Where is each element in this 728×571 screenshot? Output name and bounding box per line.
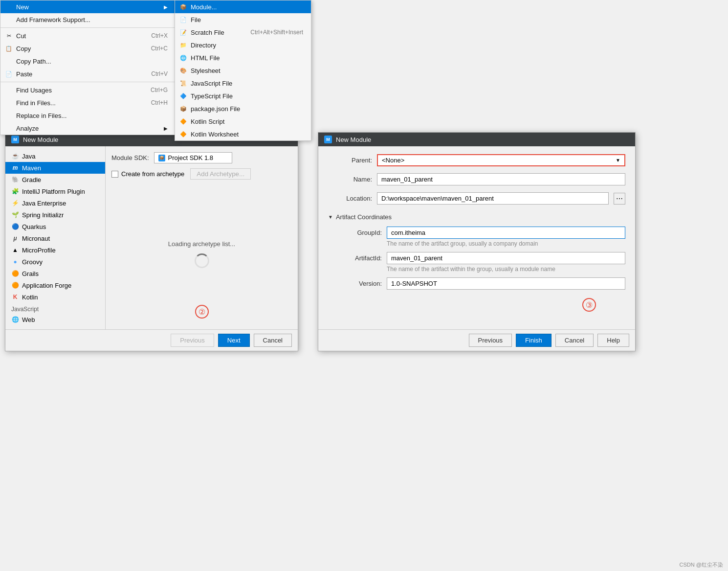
menu-item-cut[interactable]: ✂ Cut Ctrl+X bbox=[0, 29, 176, 42]
menu-item-new[interactable]: New ▶ bbox=[0, 0, 176, 13]
watermark: CSDN @红尘不染 bbox=[680, 561, 723, 569]
quarkus-icon: 🔵 bbox=[11, 223, 19, 230]
js-icon: 📜 bbox=[179, 79, 188, 88]
archetype-checkbox-label: Create from archetype bbox=[121, 170, 184, 178]
copy-path-label: Copy Path... bbox=[16, 58, 168, 65]
intellij-label: IntelliJ Platform Plugin bbox=[22, 188, 85, 195]
menu-item-find-in-files[interactable]: Find in Files... Ctrl+H bbox=[0, 96, 176, 109]
find-usages-label: Find Usages bbox=[16, 87, 136, 94]
sidebar-item-microprofile[interactable]: ▲ MicroProfile bbox=[5, 244, 105, 256]
name-input[interactable] bbox=[377, 173, 625, 185]
microprofile-icon: ▲ bbox=[11, 246, 19, 254]
circle-three: ③ bbox=[582, 298, 596, 312]
submenu-item-directory[interactable]: 📁 Directory bbox=[175, 39, 311, 51]
groupid-field-row: GroupId: The name of the artifact group,… bbox=[338, 227, 625, 247]
menu-item-analyze[interactable]: Analyze ▶ bbox=[0, 122, 176, 135]
archetype-checkbox-container[interactable]: Create from archetype bbox=[111, 170, 184, 178]
sidebar-item-app-forge[interactable]: 🟠 Application Forge bbox=[5, 279, 105, 291]
find-in-files-label: Find in Files... bbox=[16, 99, 136, 107]
micronaut-icon: μ bbox=[11, 234, 19, 242]
html-icon: 🌐 bbox=[179, 53, 188, 62]
sidebar-item-gradle[interactable]: 🐘 Gradle bbox=[5, 174, 105, 185]
submenu-ts-label: TypeScript File bbox=[191, 92, 233, 100]
app-forge-label: Application Forge bbox=[22, 282, 71, 289]
spring-icon: 🌱 bbox=[11, 211, 19, 219]
paste-shortcut: Ctrl+V bbox=[151, 70, 168, 77]
add-archetype-button[interactable]: Add Archetype... bbox=[190, 168, 251, 180]
submenu-item-scratch[interactable]: 📝 Scratch File Ctrl+Alt+Shift+Insert bbox=[175, 26, 311, 39]
parent-dropdown-arrow-icon: ▼ bbox=[616, 158, 620, 163]
left-previous-button[interactable]: Previous bbox=[171, 334, 214, 347]
sidebar-item-micronaut[interactable]: μ Micronaut bbox=[5, 232, 105, 244]
submenu-item-module[interactable]: 📦 Module... bbox=[175, 0, 311, 13]
sidebar-item-kotlin[interactable]: K Kotlin bbox=[5, 291, 105, 303]
submenu-package-json-label: package.json File bbox=[191, 105, 240, 113]
menu-item-paste[interactable]: 📄 Paste Ctrl+V bbox=[0, 68, 176, 80]
copy-path-icon bbox=[4, 57, 13, 66]
right-finish-button[interactable]: Finish bbox=[516, 334, 552, 347]
sidebar-item-maven[interactable]: m Maven bbox=[5, 162, 105, 174]
sidebar-item-spring[interactable]: 🌱 Spring Initializr bbox=[5, 209, 105, 221]
loading-area: Loading archetype list... ② bbox=[111, 184, 292, 323]
parent-value: <None> bbox=[382, 157, 614, 164]
kotlin-script-icon: 🔶 bbox=[179, 117, 188, 126]
sidebar-item-java-enterprise[interactable]: ⚡ Java Enterprise bbox=[5, 197, 105, 209]
sidebar-item-java[interactable]: ☕ Java bbox=[5, 150, 105, 162]
parent-row: Parent: <None> ▼ bbox=[328, 154, 625, 166]
submenu-item-package-json[interactable]: 📦 package.json File bbox=[175, 102, 311, 115]
java-icon: ☕ bbox=[11, 152, 19, 160]
quarkus-label: Quarkus bbox=[22, 223, 46, 230]
submenu-item-file[interactable]: 📄 File bbox=[175, 13, 311, 26]
left-next-button[interactable]: Next bbox=[218, 334, 250, 347]
dialog-right-titlebar: M New Module bbox=[318, 133, 635, 146]
menu-item-copy[interactable]: 📋 Copy Ctrl+C bbox=[0, 42, 176, 55]
submenu-kotlin-script-label: Kotlin Script bbox=[191, 118, 224, 125]
add-framework-icon bbox=[4, 15, 13, 24]
artifactid-input-row: ArtifactId: bbox=[338, 252, 625, 264]
new-icon bbox=[4, 2, 13, 11]
menu-item-copy-path[interactable]: Copy Path... bbox=[0, 55, 176, 68]
submenu-item-js[interactable]: 📜 JavaScript File bbox=[175, 77, 311, 90]
menu-item-find-usages[interactable]: Find Usages Ctrl+G bbox=[0, 84, 176, 96]
artifactid-label: ArtifactId: bbox=[338, 254, 382, 262]
artifact-title: Artifact Coordinates bbox=[336, 213, 392, 221]
kotlin-icon: K bbox=[11, 293, 19, 301]
parent-dropdown[interactable]: <None> ▼ bbox=[377, 154, 625, 166]
module-content: Module SDK: 📦 Project SDK 1.8 Create fro… bbox=[106, 146, 298, 329]
artifactid-input[interactable] bbox=[387, 252, 625, 264]
dialog-right-title: New Module bbox=[336, 136, 371, 143]
submenu-item-html[interactable]: 🌐 HTML File bbox=[175, 51, 311, 64]
separator-2 bbox=[0, 82, 176, 82]
dialog-right-footer: Previous Finish Cancel Help bbox=[318, 329, 635, 351]
sdk-dropdown[interactable]: 📦 Project SDK 1.8 bbox=[154, 152, 232, 163]
groupid-input[interactable] bbox=[387, 227, 625, 239]
artifactid-hint: The name of the artifact within the grou… bbox=[338, 266, 625, 273]
sidebar-item-groovy[interactable]: ● Groovy bbox=[5, 256, 105, 268]
artifact-header[interactable]: ▼ Artifact Coordinates bbox=[328, 211, 625, 223]
dialog-left-icon: M bbox=[11, 136, 19, 143]
intellij-icon: 🧩 bbox=[11, 187, 19, 195]
archetype-checkbox[interactable] bbox=[111, 171, 118, 178]
submenu-item-kotlin-ws[interactable]: 🔶 Kotlin Worksheet bbox=[175, 128, 311, 140]
sidebar-item-grails[interactable]: 🟠 Grails bbox=[5, 268, 105, 279]
menu-item-replace-in-files[interactable]: Replace in Files... bbox=[0, 109, 176, 122]
location-browse-button[interactable]: ⋯ bbox=[614, 193, 625, 205]
left-cancel-button[interactable]: Cancel bbox=[254, 334, 292, 347]
right-cancel-button[interactable]: Cancel bbox=[555, 334, 594, 347]
right-previous-button[interactable]: Previous bbox=[469, 334, 512, 347]
sidebar-item-web[interactable]: 🌐 Web bbox=[5, 314, 105, 325]
submenu-directory-label: Directory bbox=[191, 42, 216, 49]
menu-item-add-framework[interactable]: Add Framework Support... bbox=[0, 13, 176, 26]
groupid-hint: The name of the artifact group, usually … bbox=[338, 240, 625, 247]
submenu-item-stylesheet[interactable]: 🎨 Stylesheet bbox=[175, 64, 311, 77]
sidebar-item-intellij[interactable]: 🧩 IntelliJ Platform Plugin bbox=[5, 185, 105, 197]
right-help-button[interactable]: Help bbox=[597, 334, 629, 347]
submenu-item-kotlin-script[interactable]: 🔶 Kotlin Script bbox=[175, 115, 311, 128]
java-enterprise-label: Java Enterprise bbox=[22, 200, 66, 207]
version-input[interactable] bbox=[387, 277, 625, 290]
sidebar-item-quarkus[interactable]: 🔵 Quarkus bbox=[5, 221, 105, 232]
location-input[interactable] bbox=[377, 192, 609, 205]
gradle-label: Gradle bbox=[22, 176, 41, 183]
sdk-dropdown-icon: 📦 bbox=[158, 155, 165, 161]
submenu-item-ts[interactable]: 🔷 TypeScript File bbox=[175, 90, 311, 102]
